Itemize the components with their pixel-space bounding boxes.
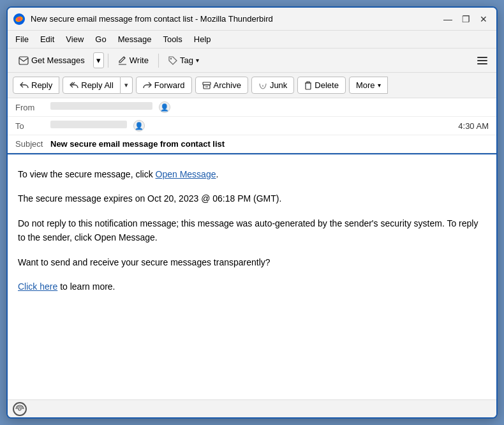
reply-all-icon — [70, 82, 78, 89]
write-button[interactable]: Write — [112, 52, 154, 68]
to-label: To — [15, 121, 50, 131]
minimize-button[interactable]: — — [440, 11, 456, 27]
subject-label: Subject — [15, 139, 50, 149]
app-icon — [13, 13, 26, 26]
signal-icon — [15, 405, 24, 414]
archive-button[interactable]: Archive — [195, 77, 248, 94]
get-messages-icon — [19, 56, 29, 65]
subject-value: New secure email message from contact li… — [50, 139, 225, 149]
main-toolbar: Get Messages ▾ Write Tag ▾ — [8, 48, 496, 73]
junk-icon — [258, 82, 267, 89]
reply-button[interactable]: Reply — [13, 77, 59, 94]
body-line1-before: To view the secure message, click — [18, 169, 156, 179]
title-bar: New secure email message from contact li… — [8, 8, 496, 31]
more-button-group: More ▾ — [349, 77, 388, 94]
to-person-icon: 👤 — [133, 120, 145, 131]
email-body-wrapper: To view the secure message, click Open M… — [8, 154, 496, 399]
forward-icon — [143, 82, 152, 89]
main-window: New secure email message from contact li… — [6, 6, 498, 419]
to-address-blurred — [50, 121, 127, 128]
action-bar: Reply Reply All ▾ Forward — [8, 73, 496, 98]
body-paragraph-2: The secure message expires on Oct 20, 20… — [18, 191, 486, 205]
write-icon — [118, 56, 127, 65]
to-value: 👤 — [50, 120, 458, 131]
body-paragraph-3: Do not reply to this notification messag… — [18, 216, 486, 245]
reply-all-button[interactable]: Reply All — [63, 77, 121, 94]
menu-help[interactable]: Help — [189, 33, 216, 45]
body-paragraph-4: Want to send and receive your secure mes… — [18, 255, 486, 269]
menu-tools[interactable]: Tools — [158, 33, 187, 45]
body-paragraph-1: To view the secure message, click Open M… — [18, 167, 486, 181]
more-dropdown-arrow: ▾ — [378, 82, 381, 89]
window-controls: — ❐ ✕ — [440, 11, 491, 27]
open-message-link-1[interactable]: Open Message — [156, 169, 216, 179]
menu-edit[interactable]: Edit — [35, 33, 59, 45]
hamburger-line-2 — [477, 60, 487, 61]
subject-row: Subject New secure email message from co… — [8, 135, 496, 153]
forward-button[interactable]: Forward — [136, 77, 192, 94]
svg-point-2 — [17, 17, 21, 21]
delete-button[interactable]: Delete — [297, 77, 346, 94]
status-bar — [8, 399, 496, 417]
svg-rect-5 — [203, 82, 211, 85]
menu-view[interactable]: View — [61, 33, 89, 45]
from-value: 👤 — [50, 101, 489, 113]
menu-message[interactable]: Message — [113, 33, 157, 45]
from-person-icon: 👤 — [159, 101, 170, 113]
get-messages-button[interactable]: Get Messages — [13, 52, 91, 68]
email-headers: From 👤 To 👤 4:30 AM Subject New secure e… — [8, 98, 496, 154]
toolbar-separator-2 — [158, 54, 159, 68]
archive-icon — [202, 82, 211, 89]
reply-icon — [20, 82, 29, 89]
hamburger-menu-button[interactable] — [473, 52, 491, 70]
svg-point-8 — [19, 408, 21, 410]
body-line5-after: to learn more. — [57, 281, 115, 292]
more-button[interactable]: More ▾ — [349, 77, 388, 94]
signal-status-icon — [13, 402, 27, 416]
menu-bar: File Edit View Go Message Tools Help — [8, 31, 496, 48]
hamburger-line-3 — [477, 63, 487, 64]
to-row: To 👤 4:30 AM — [8, 117, 496, 135]
close-button[interactable]: ✕ — [476, 11, 491, 27]
toolbar-dropdown-button[interactable]: ▾ — [93, 52, 104, 68]
tag-dropdown-arrow: ▾ — [196, 57, 199, 64]
hamburger-line-1 — [477, 57, 487, 58]
window-title: New secure email message from contact li… — [31, 14, 440, 24]
email-time: 4:30 AM — [458, 121, 489, 131]
junk-button[interactable]: Junk — [251, 77, 294, 94]
delete-icon — [304, 81, 312, 90]
body-line1-after: . — [216, 169, 218, 179]
from-label: From — [15, 103, 50, 112]
tag-button[interactable]: Tag ▾ — [163, 52, 205, 68]
svg-rect-3 — [19, 57, 28, 64]
from-address-blurred — [50, 102, 152, 110]
click-here-link[interactable]: Click here — [18, 281, 57, 292]
menu-file[interactable]: File — [10, 33, 34, 45]
svg-point-4 — [170, 57, 172, 59]
body-paragraph-5: Click here to learn more. — [18, 280, 486, 294]
tag-icon — [168, 56, 177, 65]
maximize-button[interactable]: ❐ — [458, 11, 473, 27]
toolbar-separator-1 — [108, 54, 108, 68]
svg-rect-7 — [306, 83, 311, 89]
reply-all-button-group: Reply All ▾ — [63, 77, 133, 94]
reply-all-dropdown-button[interactable]: ▾ — [121, 77, 133, 94]
from-row: From 👤 — [8, 98, 496, 117]
reply-button-group: Reply — [13, 77, 59, 94]
menu-go[interactable]: Go — [90, 33, 111, 45]
email-body: To view the secure message, click Open M… — [8, 154, 496, 399]
